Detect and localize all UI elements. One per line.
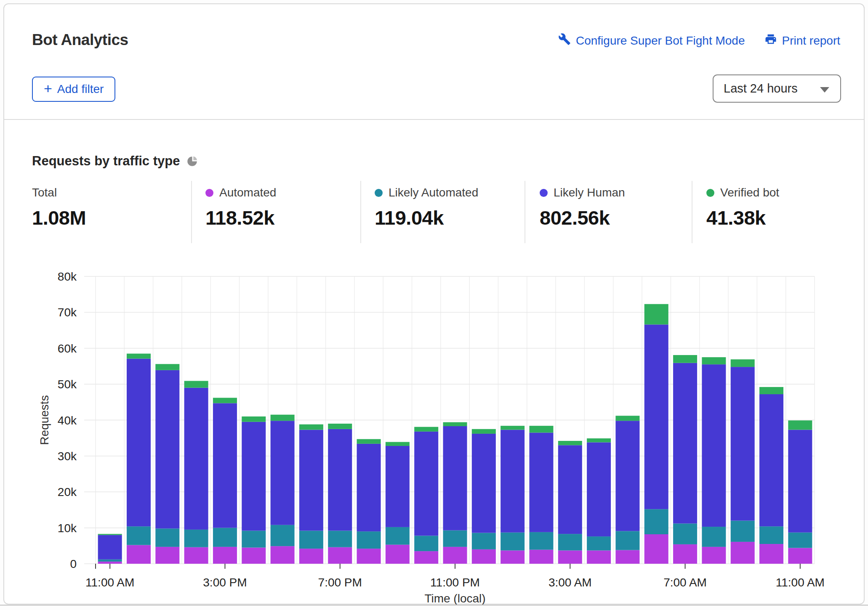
likely-automated-dot (375, 189, 383, 197)
stat-label: Likely Automated (389, 186, 478, 199)
svg-text:7:00 PM: 7:00 PM (318, 576, 362, 589)
stat-likely-automated: Likely Automated 119.04k (375, 186, 478, 229)
stat-verified-bot: Verified bot 41.38k (706, 186, 779, 229)
requests-by-traffic-type-chart: 010k20k30k40k50k60k70k80k11:00 AM3:00 PM… (22, 266, 843, 606)
section-title: Requests by traffic type (32, 154, 180, 169)
printer-icon (764, 33, 777, 48)
stat-value: 802.56k (540, 206, 625, 229)
svg-text:3:00 PM: 3:00 PM (203, 576, 247, 589)
configure-link-label: Configure Super Bot Fight Mode (576, 34, 745, 48)
time-range-value: Last 24 hours (724, 82, 798, 95)
svg-text:0: 0 (70, 557, 77, 570)
svg-text:10k: 10k (58, 522, 77, 535)
plus-icon: + (44, 81, 52, 95)
header-actions: Configure Super Bot Fight Mode Print rep… (558, 33, 840, 48)
svg-text:11:00 PM: 11:00 PM (430, 576, 480, 589)
traffic-chart-svg[interactable]: 010k20k30k40k50k60k70k80k11:00 AM3:00 PM… (22, 266, 843, 606)
stat-value: 41.38k (706, 206, 779, 229)
stat-likely-human: Likely Human 802.56k (540, 186, 625, 229)
svg-text:20k: 20k (58, 485, 77, 499)
svg-text:80k: 80k (58, 270, 77, 283)
likely-human-dot (540, 189, 548, 197)
page-title: Bot Analytics (32, 31, 128, 49)
chevron-down-icon (820, 87, 829, 93)
add-filter-button[interactable]: + Add filter (32, 77, 115, 102)
automated-dot (205, 189, 213, 197)
print-link-label: Print report (782, 34, 841, 48)
stat-value: 118.52k (205, 206, 276, 229)
bot-analytics-card: Bot Analytics Configure Super Bot Fight … (3, 3, 865, 605)
stat-value: 119.04k (375, 206, 478, 229)
stat-value: 1.08M (32, 206, 86, 229)
verified-bot-dot (706, 189, 714, 197)
wrench-icon (558, 33, 571, 48)
stat-divider (692, 181, 692, 243)
stat-total: Total 1.08M (32, 186, 86, 229)
stat-automated: Automated 118.52k (205, 186, 276, 229)
page: Bot Analytics Configure Super Bot Fight … (0, 0, 868, 610)
stat-divider (525, 181, 525, 243)
stat-label: Automated (219, 186, 276, 199)
svg-text:Requests: Requests (38, 395, 51, 445)
stat-label: Total (32, 186, 57, 199)
header-divider (4, 119, 864, 120)
stat-label: Likely Human (554, 186, 625, 199)
svg-text:60k: 60k (58, 342, 77, 355)
stat-label: Verified bot (720, 186, 779, 199)
svg-text:11:00 AM: 11:00 AM (776, 576, 825, 589)
add-filter-label: Add filter (57, 82, 104, 96)
section-title-row: Requests by traffic type (32, 154, 198, 169)
svg-text:70k: 70k (58, 306, 77, 319)
svg-text:7:00 AM: 7:00 AM (663, 576, 707, 589)
traffic-stats-row: Total 1.08M Automated 118.52k Likely Aut… (4, 181, 865, 244)
configure-super-bot-fight-mode-link[interactable]: Configure Super Bot Fight Mode (558, 33, 745, 48)
svg-text:40k: 40k (58, 414, 77, 427)
svg-text:11:00 AM: 11:00 AM (85, 576, 134, 589)
svg-text:3:00 AM: 3:00 AM (548, 576, 592, 589)
svg-text:Time (local): Time (local) (424, 592, 485, 605)
svg-text:30k: 30k (58, 450, 77, 463)
print-report-link[interactable]: Print report (764, 33, 841, 48)
time-range-dropdown[interactable]: Last 24 hours (713, 74, 841, 103)
pie-chart-icon (186, 156, 198, 167)
stat-divider (191, 181, 192, 243)
svg-text:50k: 50k (58, 378, 77, 391)
next-section-divider (0, 605, 868, 606)
stat-divider (360, 181, 361, 243)
